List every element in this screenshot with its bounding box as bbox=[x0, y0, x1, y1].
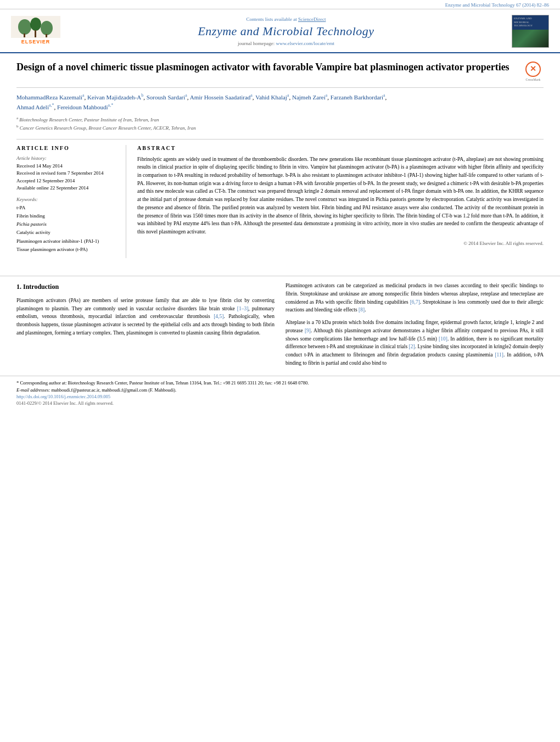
body-col-left: 1. Introduction Plasminogen activators (… bbox=[16, 282, 275, 371]
page: Enzyme and Microbial Technology 67 (2014… bbox=[0, 0, 560, 742]
doi-line[interactable]: http://dx.doi.org/10.1016/j.enzmictec.20… bbox=[16, 394, 544, 399]
keywords-list: t-PA Fibrin binding Pichia pastoris Cata… bbox=[16, 204, 117, 254]
crossmark: ✕ CrossMark bbox=[523, 61, 544, 82]
intro-paragraph-2: Plasminogen activators can be categorize… bbox=[285, 282, 544, 314]
footnote-area: * Corresponding author at: Biotechnology… bbox=[0, 376, 560, 410]
corresponding-note: * Corresponding author at: Biotechnology… bbox=[16, 380, 544, 387]
citation-bar: Enzyme and Microbial Technology 67 (2014… bbox=[0, 0, 560, 9]
email-note: E-mail addresses: mahboudi.f@pasteur.ac.… bbox=[16, 387, 544, 394]
body-col-right: Plasminogen activators can be categorize… bbox=[285, 282, 544, 371]
intro-heading: 1. Introduction bbox=[16, 282, 275, 292]
received-revised-date: Received in revised form 7 September 201… bbox=[16, 170, 117, 177]
abstract-section: ABSTRACT Fibrinolytic agents are widely … bbox=[137, 145, 544, 259]
article-history: Article history: Received 14 May 2014 Re… bbox=[16, 155, 117, 192]
journal-header: ELSEVIER Contents lists available at Sci… bbox=[0, 9, 560, 53]
svg-point-2 bbox=[30, 18, 41, 31]
svg-text:ELSEVIER: ELSEVIER bbox=[21, 39, 51, 44]
received-date: Received 14 May 2014 bbox=[16, 163, 117, 170]
svg-rect-4 bbox=[24, 34, 25, 37]
svg-point-1 bbox=[18, 19, 31, 35]
copyright: © 2014 Elsevier Inc. All rights reserved… bbox=[137, 241, 544, 246]
body-content: 1. Introduction Plasminogen activators (… bbox=[0, 282, 560, 371]
accepted-date: Accepted 12 September 2014 bbox=[16, 177, 117, 185]
available-online-date: Available online 22 September 2014 bbox=[16, 185, 117, 192]
article-info-abstract: ARTICLE INFO Article history: Received 1… bbox=[16, 139, 544, 259]
svg-rect-5 bbox=[35, 30, 36, 37]
homepage-url[interactable]: www.elsevier.com/locate/emt bbox=[276, 41, 334, 46]
elsevier-logo: ELSEVIER bbox=[11, 16, 60, 47]
authors: MohammadReza Kazemalia, Keivan Majidzade… bbox=[16, 92, 544, 113]
journal-homepage: journal homepage: www.elsevier.com/locat… bbox=[60, 41, 512, 46]
article-title: Design of a novel chimeric tissue plasmi… bbox=[16, 61, 523, 74]
intro-paragraph-3: Alteplase is a 70 kDa protein which hold… bbox=[285, 319, 544, 367]
title-section: Design of a novel chimeric tissue plasmi… bbox=[16, 61, 544, 88]
keywords-section: Keywords: t-PA Fibrin binding Pichia pas… bbox=[16, 197, 117, 254]
abstract-text: Fibrinolytic agents are widely used in t… bbox=[137, 155, 544, 236]
emt-cover: ENZYME ANDMICROBIALTECHNOLOGY EMT bbox=[512, 15, 549, 48]
journal-center: Contents lists available at ScienceDirec… bbox=[60, 16, 512, 46]
svg-rect-6 bbox=[46, 34, 47, 37]
article-info: ARTICLE INFO Article history: Received 1… bbox=[16, 145, 126, 259]
section-divider bbox=[0, 276, 560, 276]
citation-text: Enzyme and Microbial Technology 67 (2014… bbox=[445, 2, 549, 8]
issn-line: 0141-0229/© 2014 Elsevier Inc. All right… bbox=[16, 400, 544, 406]
article-content: Design of a novel chimeric tissue plasmi… bbox=[0, 53, 560, 270]
article-info-header: ARTICLE INFO bbox=[16, 145, 117, 151]
sciencedirect-link[interactable]: ScienceDirect bbox=[298, 16, 326, 22]
intro-paragraph-1: Plasminogen activators (PAs) are members… bbox=[16, 297, 275, 337]
journal-name: Enzyme and Microbial Technology bbox=[60, 24, 512, 38]
abstract-header: ABSTRACT bbox=[137, 145, 544, 151]
svg-point-3 bbox=[41, 21, 53, 35]
sciencedirect-text: Contents lists available at ScienceDirec… bbox=[60, 16, 512, 22]
affiliations: a Biotechnology Research Center, Pasteur… bbox=[16, 115, 544, 132]
